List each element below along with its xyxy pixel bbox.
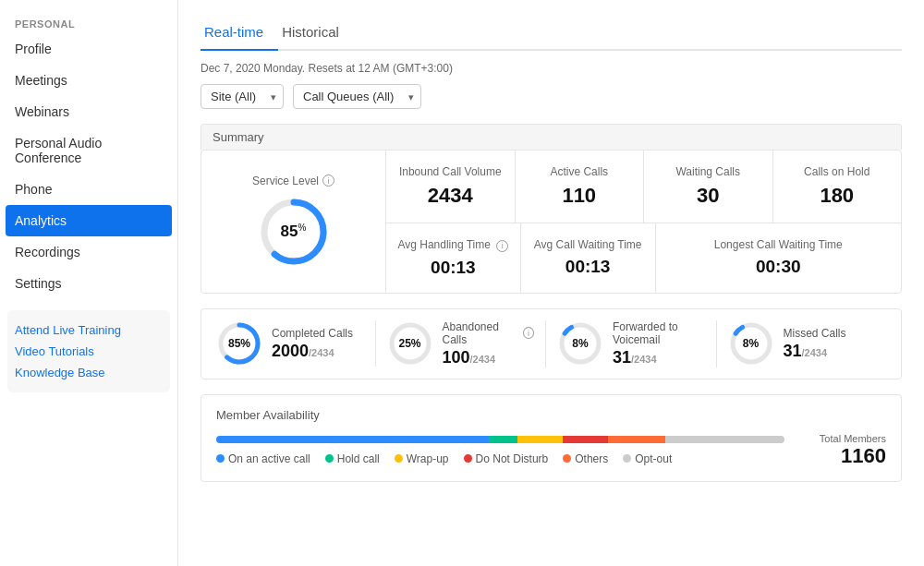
bar-hold-call — [489, 436, 517, 443]
queue-filter[interactable]: Call Queues (All) — [293, 84, 421, 109]
sidebar-item-analytics[interactable]: Analytics — [6, 205, 172, 236]
voicemail-donut: 8% — [557, 320, 603, 367]
stat-avg-handling-label: Avg Handling Time i — [397, 238, 509, 252]
member-bar-legend: On an active call Hold call Wrap-up — [216, 436, 784, 465]
sidebar-item-meetings[interactable]: Meetings — [0, 65, 177, 96]
legend-label-others: Others — [575, 452, 608, 465]
legend-hold-call: Hold call — [325, 452, 380, 465]
legend-dot-dnd — [464, 454, 472, 463]
total-members-value: 1160 — [803, 444, 886, 468]
missed-pct: 8% — [743, 337, 759, 350]
sidebar-item-personal-audio[interactable]: Personal Audio Conference — [0, 127, 177, 174]
legend-wrapup: Wrap-up — [395, 452, 449, 465]
missed-donut: 8% — [728, 320, 774, 367]
voicemail-text: Forwarded to Voicemail 31/2434 — [613, 320, 705, 367]
legend-dot-optout — [623, 454, 631, 463]
main-content: Real-time Historical Dec 7, 2020 Monday.… — [178, 0, 924, 566]
legend-row: On an active call Hold call Wrap-up — [216, 452, 784, 465]
legend-label-hold: Hold call — [337, 452, 380, 465]
call-stat-completed: 85% Completed Calls 2000/2434 — [216, 320, 376, 367]
abandoned-pct: 25% — [398, 337, 420, 350]
legend-dot-others — [563, 454, 571, 463]
completed-donut: 85% — [216, 320, 262, 367]
inbound-stats-row: Inbound Call Volume 2434 Active Calls 11… — [386, 151, 901, 223]
stat-avg-waiting-label: Avg Call Waiting Time — [532, 238, 644, 251]
stat-hold-value: 180 — [784, 184, 891, 208]
missed-text: Missed Calls 31/2434 — [784, 327, 846, 361]
summary-label: Summary — [201, 124, 902, 150]
stat-longest-waiting: Longest Call Waiting Time 00:30 — [656, 223, 902, 293]
call-stat-voicemail: 8% Forwarded to Voicemail 31/2434 — [557, 320, 717, 367]
abandoned-info-icon[interactable]: i — [523, 327, 534, 339]
right-stats: Inbound Call Volume 2434 Active Calls 11… — [386, 151, 901, 293]
missed-value: 31/2434 — [784, 342, 846, 361]
voicemail-label: Forwarded to Voicemail — [613, 320, 705, 346]
service-level-info-icon[interactable]: i — [322, 175, 334, 187]
stat-avg-waiting: Avg Call Waiting Time 00:13 — [521, 223, 656, 293]
stat-active-value: 110 — [527, 184, 633, 208]
abandoned-donut: 25% — [387, 320, 433, 367]
legend-optout: Opt-out — [623, 452, 672, 465]
service-level-value: 85% — [281, 222, 307, 241]
member-bottom: On an active call Hold call Wrap-up — [216, 433, 886, 468]
call-stat-missed: 8% Missed Calls 31/2434 — [728, 320, 887, 367]
date-info: Dec 7, 2020 Monday. Resets at 12 AM (GMT… — [201, 62, 902, 75]
filters-row: Site (All) Call Queues (All) — [201, 84, 902, 109]
completed-pct: 85% — [228, 337, 250, 350]
bar-optout — [665, 436, 784, 443]
legend-label-active: On an active call — [228, 452, 310, 465]
stat-longest-waiting-label: Longest Call Waiting Time — [667, 238, 891, 251]
service-level-donut: 85% — [257, 195, 331, 269]
stat-inbound-label: Inbound Call Volume — [397, 165, 504, 178]
sidebar-link-tutorials[interactable]: Video Tutorials — [15, 341, 163, 362]
legend-label-dnd: Do Not Disturb — [476, 452, 549, 465]
summary-cards: Service Level i 85% — [201, 150, 902, 294]
time-stats-row: Avg Handling Time i 00:13 Avg Call Waiti… — [386, 223, 901, 293]
stat-longest-waiting-value: 00:30 — [667, 257, 891, 277]
sidebar-item-profile[interactable]: Profile — [0, 33, 177, 65]
sidebar-link-knowledge[interactable]: Knowledge Base — [15, 362, 163, 383]
service-level-card: Service Level i 85% — [201, 151, 386, 293]
bar-wrapup — [517, 436, 563, 443]
stat-avg-handling-value: 00:13 — [397, 258, 509, 278]
stat-inbound: Inbound Call Volume 2434 — [386, 151, 516, 223]
site-filter[interactable]: Site (All) — [201, 84, 284, 109]
abandoned-value: 100/2434 — [443, 348, 535, 367]
sidebar-item-recordings[interactable]: Recordings — [0, 236, 177, 268]
sidebar-item-webinars[interactable]: Webinars — [0, 96, 177, 127]
missed-label: Missed Calls — [784, 327, 846, 340]
completed-value: 2000/2434 — [272, 342, 353, 361]
stat-waiting: Waiting Calls 30 — [644, 151, 773, 223]
site-filter-wrap: Site (All) — [201, 84, 284, 109]
tab-bar: Real-time Historical — [201, 15, 902, 51]
stat-hold: Calls on Hold 180 — [773, 151, 902, 223]
sidebar-item-phone[interactable]: Phone — [0, 174, 177, 205]
sidebar-item-settings[interactable]: Settings — [0, 268, 177, 299]
stat-waiting-label: Waiting Calls — [655, 165, 761, 178]
call-stats-section: 85% Completed Calls 2000/2434 — [201, 308, 902, 379]
stat-active: Active Calls 110 — [516, 151, 645, 223]
stat-active-label: Active Calls — [527, 165, 633, 178]
stat-avg-waiting-value: 00:13 — [532, 257, 644, 277]
member-availability-section: Member Availability On an activ — [201, 394, 902, 482]
stat-waiting-value: 30 — [655, 184, 761, 208]
sidebar-link-training[interactable]: Attend Live Training — [15, 319, 163, 341]
legend-dot-hold — [325, 454, 334, 463]
total-members-label: Total Members — [803, 433, 886, 444]
sidebar: PERSONAL Profile Meetings Webinars Perso… — [0, 0, 178, 566]
member-availability-title: Member Availability — [216, 408, 886, 422]
voicemail-pct: 8% — [572, 337, 588, 350]
abandoned-label: Abandoned Calls i — [443, 320, 535, 346]
bar-others — [608, 436, 665, 443]
legend-dot-active — [216, 454, 225, 463]
completed-text: Completed Calls 2000/2434 — [272, 327, 353, 361]
call-stat-abandoned: 25% Abandoned Calls i 100/2434 — [387, 320, 547, 367]
queue-filter-wrap: Call Queues (All) — [293, 84, 421, 109]
stat-avg-handling: Avg Handling Time i 00:13 — [386, 223, 521, 293]
top-stats-row: Service Level i 85% — [201, 151, 901, 293]
call-stats-row: 85% Completed Calls 2000/2434 — [201, 309, 901, 379]
avg-handling-info-icon[interactable]: i — [496, 240, 508, 252]
tab-realtime[interactable]: Real-time — [201, 15, 278, 51]
legend-dot-wrapup — [395, 454, 403, 463]
tab-historical[interactable]: Historical — [278, 15, 354, 51]
